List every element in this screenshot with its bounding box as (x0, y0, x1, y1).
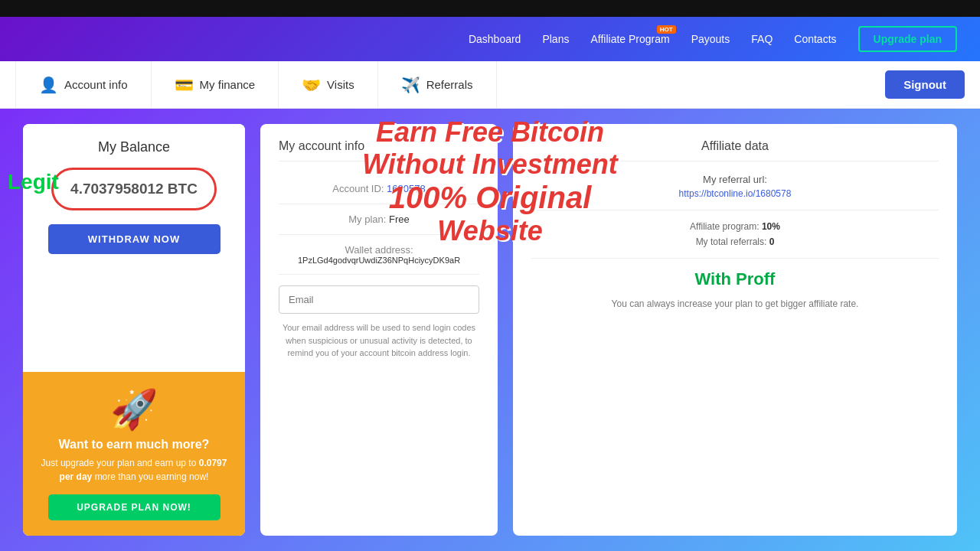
sub-nav: 👤 Account info 💳 My finance 🤝 Visits ✈️ … (0, 61, 980, 109)
account-id-row: Account ID: 1680578 (279, 174, 479, 204)
hot-badge: HOT (657, 25, 676, 34)
subnav-visits-label: Visits (327, 78, 354, 91)
account-icon: 👤 (39, 76, 58, 94)
nav-contacts[interactable]: Contacts (794, 33, 836, 45)
plan-label: My plan: (348, 214, 386, 225)
subnav-my-finance[interactable]: 💳 My finance (152, 61, 279, 108)
rocket-icon: 🚀 (38, 387, 230, 432)
subnav-my-finance-label: My finance (200, 78, 256, 91)
total-referrals-stat: My total referrals: 0 (531, 236, 939, 247)
legit-label: Legit (8, 170, 59, 194)
promo-section: 🚀 Want to earn much more? Just upgrade y… (23, 372, 245, 536)
main-nav: Dashboard Plans Affiliate Program HOT Pa… (0, 17, 980, 61)
subnav-referrals[interactable]: ✈️ Referrals (378, 61, 497, 108)
nav-plans[interactable]: Plans (542, 33, 569, 45)
upgrade-plan-now-button[interactable]: UPGRADE PLAN NOW! (48, 494, 220, 520)
promo-title: Want to earn much more? (38, 438, 230, 452)
email-input[interactable] (279, 285, 479, 314)
can-increase-text: You can always increase your plan to get… (531, 297, 939, 311)
subnav-account-info-label: Account info (64, 78, 128, 91)
nav-payouts[interactable]: Payouts (691, 33, 730, 45)
finance-icon: 💳 (175, 76, 194, 94)
signout-button[interactable]: Signout (885, 70, 965, 99)
referral-label: My referral url: (531, 174, 939, 185)
balance-amount-wrapper: ➜ 4.7037958012 BTC (51, 168, 217, 210)
balance-title: My Balance (38, 139, 230, 155)
wallet-label: Wallet address: (279, 244, 479, 256)
withdraw-button[interactable]: WITHDRAW NOW (48, 224, 220, 254)
account-id-label: Account ID: (332, 183, 384, 194)
nav-dashboard[interactable]: Dashboard (469, 33, 521, 45)
account-info-title: My account info (279, 139, 479, 161)
balance-amount: 4.7037958012 BTC (51, 168, 217, 210)
visits-icon: 🤝 (302, 76, 321, 94)
promo-text: Just upgrade your plan and earn up to 0.… (38, 456, 230, 484)
wallet-value: 1PzLGd4godvqrUwdiZ36NPqHciycyDK9aR (279, 256, 479, 265)
nav-affiliate[interactable]: Affiliate Program HOT (590, 33, 669, 45)
subnav-visits[interactable]: 🤝 Visits (279, 61, 378, 108)
referrals-icon: ✈️ (401, 76, 420, 94)
nav-faq[interactable]: FAQ (751, 33, 773, 45)
affiliate-title: Affiliate data (531, 139, 939, 161)
main-content: Earn Free Bitcoin Without Investment 100… (0, 109, 980, 551)
top-bar (0, 0, 980, 17)
account-id-value: 1680578 (387, 183, 426, 194)
account-info-card: My account info Account ID: 1680578 My p… (260, 124, 498, 536)
wallet-row: Wallet address: 1PzLGd4godvqrUwdiZ36NPqH… (279, 235, 479, 275)
subnav-referrals-label: Referrals (426, 78, 473, 91)
subnav-account-info[interactable]: 👤 Account info (15, 61, 152, 108)
plan-value: Free (389, 214, 410, 225)
plan-row: My plan: Free (279, 204, 479, 235)
upgrade-plan-button[interactable]: Upgrade plan (858, 26, 957, 52)
email-note: Your email address will be used to send … (279, 321, 479, 360)
affiliate-card: Affiliate data My referral url: https://… (513, 124, 957, 536)
affiliate-program-stat: Affiliate program: 10% (531, 221, 939, 232)
referral-url: https://btconline.io/1680578 (531, 188, 939, 199)
with-proff-text: With Proff (531, 269, 939, 289)
